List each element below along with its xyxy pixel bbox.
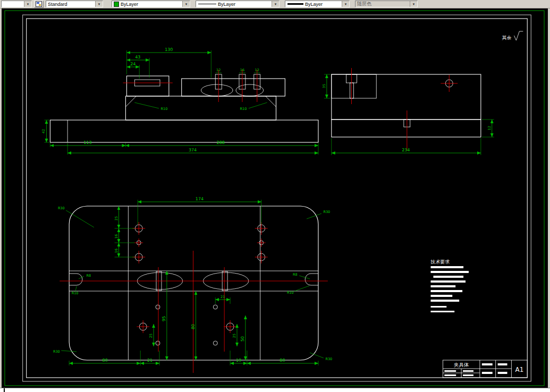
lineweight-sample-icon	[287, 3, 303, 5]
dim-label: 21	[147, 358, 153, 363]
dim-label: R30	[325, 357, 332, 361]
dim-label: 24	[130, 62, 136, 66]
dim-label: 174	[196, 197, 204, 201]
lineweight-combo[interactable]: ByLayer ▼	[285, 1, 350, 7]
linetype-combo[interactable]: ByLayer ▼	[196, 1, 280, 7]
dim-label: 130	[165, 47, 173, 52]
dim-label: 95	[162, 316, 166, 321]
chevron-down-icon: ▼	[410, 1, 417, 7]
dim-label: 16	[114, 249, 119, 253]
dim-label: R30	[53, 350, 60, 354]
surface-finish-note: 其余	[502, 31, 523, 40]
dim-label: 19	[236, 358, 241, 363]
tech-requirements-title: 技术要求	[430, 259, 450, 265]
side-view-geometry	[332, 74, 481, 137]
side-view-dimensions: 234 35 12	[322, 74, 494, 155]
chevron-down-icon[interactable]: ▼	[342, 1, 349, 7]
dim-label: 288	[217, 140, 225, 145]
sheet-frame	[23, 15, 531, 381]
drawing-sheet: 其余	[2, 8, 548, 388]
dim-label: R10	[161, 107, 168, 111]
chevron-down-icon[interactable]: ▼	[182, 1, 190, 7]
dim-label: R10	[240, 107, 247, 111]
toolbar: ▼ Standard ▼ ByLayer ▼ ByLayer ▼ ByLayer…	[0, 0, 550, 8]
surface-roughness-icon	[514, 31, 523, 40]
drawing-canvas[interactable]: 其余	[0, 8, 550, 388]
dim-label: 25	[149, 334, 153, 338]
dim-label: 43	[135, 55, 140, 59]
dim-label: 80	[191, 324, 196, 329]
dim-label: R8	[293, 272, 298, 277]
layer-combo[interactable]: ▼	[1, 1, 32, 7]
color-combo[interactable]: ByLayer ▼	[112, 1, 190, 7]
plot-style-combo[interactable]: 随层色 ▼	[355, 1, 418, 7]
command-line[interactable]	[0, 388, 550, 392]
dim-label: 374	[189, 148, 197, 152]
dim-label: 234	[402, 148, 410, 152]
dim-label: 80	[280, 358, 285, 363]
plan-view-geometry	[69, 206, 318, 360]
sheet-size: A1	[515, 366, 524, 373]
title-block: 夹具体 A1	[443, 360, 527, 378]
chevron-down-icon[interactable]: ▼	[24, 1, 31, 7]
plan-view-centerlines	[60, 222, 328, 373]
part-name: 夹具体	[454, 362, 469, 368]
linetype-sample-icon	[198, 4, 216, 4]
drawing-limits-border	[5, 11, 544, 386]
chevron-down-icon[interactable]: ▼	[272, 1, 279, 7]
tech-requirements: 技术要求	[430, 259, 469, 312]
dim-label: R30	[323, 210, 330, 214]
text-style-combo-value: Standard	[46, 2, 69, 7]
dim-label: R10	[287, 291, 294, 295]
linetype-combo-value: ByLayer	[216, 2, 237, 7]
front-view-centerlines	[123, 70, 257, 102]
chevron-down-icon[interactable]: ▼	[95, 1, 103, 7]
text-style-combo[interactable]: Standard ▼	[46, 1, 103, 7]
dim-label: 16	[114, 234, 119, 238]
surface-note-label: 其余	[502, 35, 512, 40]
side-view-centerlines	[352, 68, 458, 151]
dim-label: 12	[255, 68, 259, 72]
dim-label: 25	[232, 334, 236, 338]
side-section-view[interactable]: 234 35 12	[322, 68, 494, 155]
dim-label: 16	[240, 68, 244, 72]
layer-icon	[36, 1, 42, 7]
dim-label: 12	[487, 126, 492, 130]
dim-label: R30	[58, 206, 65, 210]
color-combo-value: ByLayer	[119, 2, 140, 7]
dim-label: 50	[240, 336, 245, 342]
dim-label: R8	[87, 274, 91, 278]
plan-view[interactable]: 174 25 16 16 95 80 50 25 25 21	[53, 197, 332, 373]
plot-style-combo-value: 随层色	[356, 1, 373, 7]
text-cursor-icon	[4, 388, 5, 392]
lineweight-combo-value: ByLayer	[303, 2, 324, 7]
dim-label: 80	[103, 358, 108, 363]
color-swatch-icon	[114, 2, 119, 7]
front-view-geometry	[50, 74, 318, 142]
dim-label: 42	[41, 129, 46, 133]
dim-label: 25	[114, 216, 119, 220]
dim-label: 12	[216, 68, 221, 72]
dim-label: 35	[322, 84, 326, 88]
front-section-view[interactable]: 130 43 24 12 16 12 42 R10 R10 113	[41, 47, 318, 155]
dim-label: 113	[83, 140, 91, 145]
tech-requirements-text	[431, 266, 469, 312]
dim-label: R10	[72, 291, 79, 295]
front-view-dimensions: 130 43 24 12 16 12 42 R10 R10 113	[41, 47, 318, 155]
dim-label: 21	[221, 295, 225, 299]
make-object-layer-current-button[interactable]	[34, 1, 44, 8]
